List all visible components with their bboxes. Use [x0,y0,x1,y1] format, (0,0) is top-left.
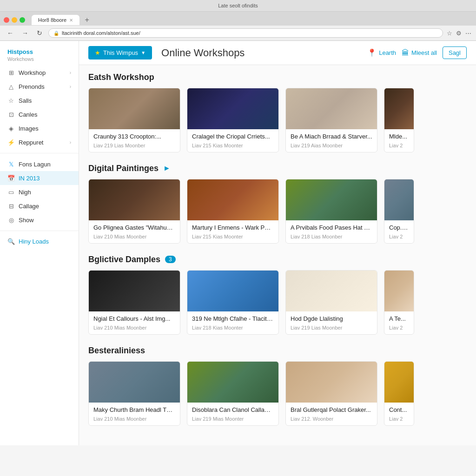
sidebar-item-show[interactable]: ◎ Show [0,213,79,227]
card-4-image [384,88,414,129]
sidebar-divider-2 [0,231,79,231]
sidebar-label-in2013: IN 2013 [19,175,71,182]
star-icon: ☆ [7,97,15,104]
section-badge-bglictive: 3 [165,256,176,263]
wimpus-button[interactable]: ★ This Wimpus ▼ [88,46,152,60]
sidebar-item-fons[interactable]: 𝕏 Fons Lagun [0,157,79,171]
card-1[interactable]: Craunby 313 Croopton:... Liav 219 Lias M… [88,88,180,152]
sidebar-item-salls[interactable]: ☆ Salls [0,93,79,107]
card-16-image [384,362,414,403]
section-title-besteraliniess: Besteraliniess [88,346,145,356]
card-16-title: Cont... [389,406,409,414]
section-header-digital: Digital Paintinges ► [88,164,467,173]
sidebar-item-prenonds[interactable]: △ Prenonds › [0,79,79,93]
card-4[interactable]: Mlde... Liav 2 [384,88,414,152]
forward-button[interactable]: → [20,28,31,38]
section-eatsh: Eatsh Workshop Craunby 313 Croopton:... … [88,73,467,152]
card-14[interactable]: Disoblara Can Clanol Callage In Merrical… [187,361,279,426]
card-1-title: Craunby 313 Croopton:... [93,133,175,141]
section-bglictive: Bglictive Damples 3 Ngial Et Callours - … [88,255,467,335]
card-15[interactable]: Bral Gutlerqal Polact Graker... Liav 212… [285,361,377,426]
refresh-button[interactable]: ↻ [34,28,45,38]
card-11-meta: Liav 219 Lias Moonber [291,325,372,331]
wimpus-label: This Wimpus [103,49,138,56]
chevron-right-icon-3: › [70,140,71,145]
card-7[interactable]: A Prvibals Food Pases Hat Tarle Liav 218… [285,179,377,244]
card-8-img-placeholder [384,179,414,220]
sidebar-label-reppuret: Reppuret [19,139,66,146]
sidebar-item-workshop[interactable]: ⊞ Workshop › [0,66,79,79]
sidebar-section-title: Histposs [0,46,79,56]
section-arrow-icon[interactable]: ► [163,164,171,172]
card-13-title: Maky Churth Bram Headl Thiar Posinal Mig… [93,406,175,414]
maximize-button[interactable] [20,17,25,23]
card-13-image [89,362,180,403]
new-tab-button[interactable]: + [81,14,93,26]
card-11-image [286,271,377,311]
meet-action[interactable]: 🏛 Mleest all [402,49,437,57]
card-9-img-placeholder [89,271,180,311]
card-1-img-placeholder [89,88,180,129]
url-bar[interactable]: 🔒 ltacirinith doral.com/alston/ast.sue/ [48,28,443,38]
card-6-body: Martury I Enmens - Wark Puljle... Woing … [187,220,278,243]
card-2-body: Cralagel the Criopal Crriets... Liav 215… [187,129,278,152]
card-9-body: Ngial Et Callours - Alst Img... Liav 210… [89,311,180,334]
card-5-meta: Liav 210 Mias Moonber [93,234,175,239]
app: Histposs Workchows ⊞ Workshop › △ Prenon… [0,41,476,445]
card-12[interactable]: A Te... Liav 2 [384,270,414,335]
page-header: ★ This Wimpus ▼ Online Workshops 📍 Leart… [79,41,476,65]
sidebar-item-in2013[interactable]: 📅 IN 2013 [0,171,79,185]
card-1-body: Craunby 313 Croopton:... Liav 219 Lias M… [89,129,180,152]
minimize-button[interactable] [12,17,17,23]
card-3-title: Be A Miach Brraad & Starver... [291,133,372,141]
card-11[interactable]: Hod Dgde Llalisting Liav 219 Lias Moonbe… [285,270,377,335]
card-6[interactable]: Martury I Enmens - Wark Puljle... Woing … [187,179,279,244]
card-5[interactable]: Go Plignea Gastes "Witahug" Besspect Nee… [88,179,180,244]
sidebar: Histposs Workchows ⊞ Workshop › △ Prenon… [0,41,79,445]
sidebar-item-callage[interactable]: ⊟ Callage [0,199,79,213]
close-button[interactable] [4,17,9,23]
card-14-meta: Liav 219 Mias Moonter [192,416,274,422]
load-more-button[interactable]: 🔍 Hiny Loads [0,235,79,248]
sidebar-item-canles[interactable]: ⊡ Canles [0,107,79,121]
card-10-meta: Liav 218 Kias Moonter [192,325,274,331]
sidebar-item-nigh[interactable]: ▭ Nigh [0,185,79,199]
sidebar-item-images[interactable]: ◈ Images [0,121,79,135]
card-8-image [384,179,414,220]
tab-close-icon[interactable]: ✕ [69,18,73,23]
card-3-body: Be A Miach Brraad & Starver... Liav 219 … [286,129,377,152]
sidebar-divider [0,153,79,153]
card-13[interactable]: Maky Churth Bram Headl Thiar Posinal Mig… [88,361,180,426]
bookmark-icon[interactable]: ☆ [447,30,452,37]
card-2[interactable]: Cralagel the Criopal Crriets... Liav 215… [187,88,279,152]
card-6-image [187,179,278,220]
square-icon: ⊡ [7,111,15,118]
card-9[interactable]: Ngial Et Callours - Alst Img... Liav 210… [88,270,180,335]
browser-tab[interactable]: Hor8 8boore ✕ [32,15,79,25]
tab-bar: Hor8 8boore ✕ + [0,12,476,26]
card-11-title: Hod Dgde Llalisting [291,315,372,323]
twitter-icon: 𝕏 [7,160,15,168]
extension-icon[interactable]: ⚙ [456,30,462,37]
sidebar-label-salls: Salls [19,97,71,104]
sidebar-item-reppuret[interactable]: ⚡ Reppuret › [0,135,79,149]
cards-grid-digital: Go Plignea Gastes "Witahug" Besspect Nee… [88,179,467,244]
card-11-body: Hod Dgde Llalisting Liav 219 Lias Moonbe… [286,311,377,334]
card-1-image [89,88,180,129]
learn-action[interactable]: 📍 Learth [367,48,396,57]
card-12-img-placeholder [384,271,414,311]
card-8-meta: Liav 2 [389,234,409,239]
card-3-image [286,88,377,129]
back-button[interactable]: ← [5,28,16,38]
card-3[interactable]: Be A Miach Brraad & Starver... Liav 219 … [285,88,377,152]
menu-icon[interactable]: ⋯ [465,30,471,37]
card-15-title: Bral Gutlerqal Polact Graker... [291,406,372,414]
card-16[interactable]: Cont... Liav 2 [384,361,414,426]
card-8[interactable]: Cop... Conf... Liav 2 [384,179,414,244]
sag-button[interactable]: Sagl [443,46,467,59]
section-title-eatsh: Eatsh Workshop [88,73,154,82]
card-6-meta: Liav 215 Kias Moonter [192,234,274,239]
card-10[interactable]: 319 Ne Mtlgh Cfalhe - Tlacite... Liav 21… [187,270,279,335]
card-7-image [286,179,377,220]
card-4-body: Mlde... Liav 2 [384,129,414,152]
